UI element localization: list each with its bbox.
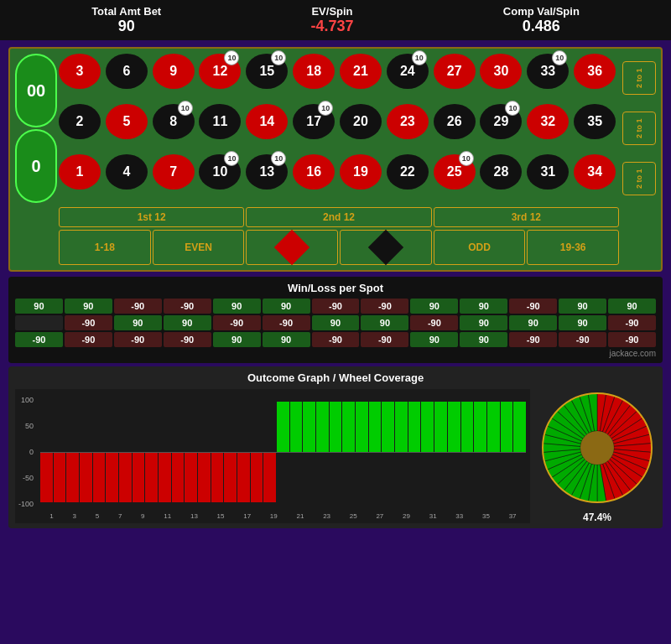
number-cell-26[interactable]: 26 [434,104,476,139]
bet-red[interactable] [246,230,338,265]
bar-24 [356,396,368,508]
number-cell-34[interactable]: 34 [574,154,616,190]
number-cell-2[interactable]: 2 [59,104,101,139]
number-cell-4[interactable]: 4 [106,154,148,190]
number-cell-12[interactable]: 1210 [199,54,241,89]
dozen-row: 1st 12 2nd 12 3rd 12 [59,207,619,227]
bar-19 [290,396,303,508]
number-cell-28[interactable]: 28 [480,154,522,190]
number-cell-14[interactable]: 14 [246,104,288,139]
number-cell-15[interactable]: 1510 [246,54,288,89]
wl-cell-0-6: -90 [312,299,360,314]
bar-21 [316,396,329,508]
comp-val-stat: Comp Val/Spin 0.486 [503,5,580,35]
negative-bar [119,452,132,502]
x-label-27: 27 [376,512,383,520]
two-to-one-bot[interactable]: 2 to 1 [622,162,656,195]
second-dozen[interactable]: 2nd 12 [246,207,431,227]
number-cell-30[interactable]: 30 [480,54,522,89]
bar-30 [434,396,447,508]
bet-black[interactable] [340,230,432,265]
y-label-100: 100 [21,396,36,404]
bar-22 [330,396,342,508]
number-cell-8[interactable]: 810 [153,104,195,139]
wl-cell-2-5: 90 [263,332,310,347]
chip-13: 10 [271,151,286,166]
number-cell-23[interactable]: 23 [387,104,429,139]
number-cell-16[interactable]: 16 [293,154,335,190]
bar-6 [119,396,132,508]
two-to-one-top[interactable]: 2 to 1 [622,61,656,95]
bar-7 [133,396,145,508]
bet-odd[interactable]: ODD [434,230,526,265]
bar-5 [106,396,118,508]
wl-cell-2-11: -90 [559,332,606,347]
number-cell-27[interactable]: 27 [434,54,476,89]
number-cell-1[interactable]: 1 [59,154,101,190]
wl-cell-1-5: -90 [263,315,310,330]
winloss-row-2: -90-90-90-909090-90-909090-90-90-90 [15,332,656,347]
wheel-svg [538,389,656,506]
positive-bar [303,402,315,452]
number-cell-3[interactable]: 3 [59,54,101,89]
number-cell-33[interactable]: 3310 [527,54,569,89]
number-cell-5[interactable]: 5 [106,104,148,139]
third-dozen[interactable]: 3rd 12 [434,207,619,227]
negative-bar [66,452,79,502]
bar-35 [501,396,513,508]
positive-bar [421,402,434,452]
number-cell-35[interactable]: 35 [574,104,616,139]
x-label-3: 3 [73,512,76,520]
x-label-21: 21 [297,512,304,520]
number-cell-9[interactable]: 9 [153,54,195,89]
number-cell-13[interactable]: 1310 [246,154,288,190]
number-cell-11[interactable]: 11 [199,104,241,139]
bar-1 [54,396,66,508]
bet-even[interactable]: EVEN [153,230,245,265]
number-cell-31[interactable]: 31 [527,154,569,190]
negative-bar [237,452,250,502]
wl-cell-1-1: -90 [65,315,112,330]
number-cell-24[interactable]: 2410 [387,54,429,89]
winloss-row-0: 9090-90-909090-90-909090-909090 [15,299,656,314]
bar-12 [198,396,211,508]
ev-spin-stat: EV/Spin -4.737 [310,5,353,35]
number-cell-19[interactable]: 19 [340,154,382,190]
winloss-section: Win/Loss per Spot 9090-90-909090-90-9090… [8,277,663,363]
number-cell-32[interactable]: 32 [527,104,569,139]
first-dozen[interactable]: 1st 12 [59,207,244,227]
double-zero-cell[interactable]: 00 [15,54,57,127]
number-cell-6[interactable]: 6 [106,54,148,89]
number-cell-25[interactable]: 2510 [434,154,476,190]
x-label-37: 37 [509,512,517,520]
number-cell-29[interactable]: 2910 [480,104,522,139]
negative-bar [106,452,118,502]
number-cell-22[interactable]: 22 [387,154,429,190]
red-diamond-icon [274,230,309,265]
bet-1-18[interactable]: 1-18 [59,230,151,265]
wl-cell-2-2: -90 [114,332,162,347]
negative-bar [40,452,53,502]
wl-cell-0-0: 90 [15,299,63,314]
bet-19-36[interactable]: 19-36 [527,230,619,265]
bar-27 [395,396,408,508]
total-amt-bet-stat: Total Amt Bet 90 [91,5,161,35]
number-cell-20[interactable]: 20 [340,104,382,139]
wl-cell-1-3: 90 [164,315,211,330]
number-cell-10[interactable]: 1010 [199,154,241,190]
wl-cell-1-12: -90 [608,315,656,330]
number-cell-17[interactable]: 1710 [293,104,335,139]
zero-cell[interactable]: 0 [15,129,57,203]
positive-bar [356,402,368,452]
bar-31 [448,396,460,508]
wl-cell-2-8: 90 [410,332,458,347]
number-cell-36[interactable]: 36 [574,54,616,89]
number-cell-21[interactable]: 21 [340,54,382,89]
ev-spin-value: -4.737 [310,18,353,35]
x-axis: 135791113151719212325272931333537 [40,508,526,523]
wl-cell-1-2: 90 [114,315,162,330]
negative-bar [54,452,66,502]
number-cell-18[interactable]: 18 [293,54,335,89]
two-to-one-mid[interactable]: 2 to 1 [622,112,656,145]
number-cell-7[interactable]: 7 [153,154,195,190]
